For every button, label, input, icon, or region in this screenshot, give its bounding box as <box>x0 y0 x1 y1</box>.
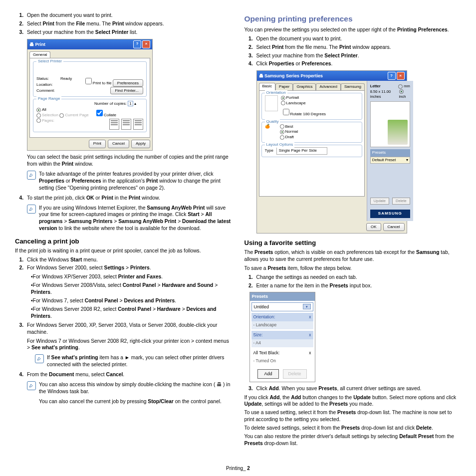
cancel-steps: Click the Windows Start menu. For Window… <box>15 256 232 272</box>
step-2: Select Print from the File menu. The Pri… <box>25 20 232 27</box>
delete-button-disabled: Delete <box>283 369 307 378</box>
heading-cancel: Canceling a print job <box>15 237 232 246</box>
print-to-file-checkbox[interactable] <box>85 78 92 84</box>
preset-select[interactable]: Default Preset▾ <box>370 157 410 164</box>
page-footer: Printing_ 2 <box>15 466 461 471</box>
find-printer-button[interactable]: Find Printer... <box>110 87 143 94</box>
print-dialog-titlebar: 🖶 Print ? × <box>27 39 152 49</box>
note-box: To take advantage of the printer feature… <box>27 171 232 192</box>
close-icon[interactable]: × <box>397 72 405 80</box>
note-icon <box>35 354 44 363</box>
delete-button[interactable]: Delete <box>392 198 410 205</box>
tab-graphics[interactable]: Graphics <box>293 83 316 90</box>
paragraph: If the print job is waiting in a print q… <box>15 247 232 254</box>
tab-general[interactable]: General <box>29 51 50 58</box>
step-3: Select your machine from the Select Prin… <box>25 29 232 36</box>
heading-favorite: Using a favorite setting <box>244 238 462 247</box>
heading-opening: Opening printing preferences <box>244 14 462 24</box>
properties-dialog: 🖶 Samsung Series Properties ? × Basic Pa… <box>256 70 407 234</box>
remove-icon[interactable]: x <box>309 314 311 320</box>
tab-samsung[interactable]: Samsung <box>341 83 365 90</box>
chevron-down-icon: ▾ <box>303 304 311 309</box>
update-button[interactable]: Update <box>370 198 389 205</box>
tab-paper[interactable]: Paper <box>275 83 293 90</box>
copies-input[interactable]: 1 <box>128 101 133 106</box>
add-button[interactable]: Add <box>257 369 278 378</box>
samsung-logo: SAMSUNG <box>370 210 410 218</box>
note-box: If you are using Windows Internet Explor… <box>27 205 232 233</box>
close-icon[interactable]: × <box>142 40 150 48</box>
steps-list-1: Open the document you want to print. Sel… <box>15 12 232 36</box>
print-dialog: 🖶 Print ? × General Select Printer Statu… <box>27 39 153 151</box>
help-icon[interactable]: ? <box>133 40 141 48</box>
ok-button[interactable]: OK <box>366 223 381 232</box>
step-1: Open the document you want to print. <box>25 12 232 19</box>
preset-name-input[interactable]: Untitled▾ <box>251 302 313 311</box>
document-icon <box>265 95 278 111</box>
printer-icon: 🖶 <box>217 381 222 388</box>
dlg-print-button[interactable]: Print <box>89 140 106 148</box>
steps-list-1b: To start the print job, click OK or Prin… <box>15 195 232 202</box>
left-column: Open the document you want to print. Sel… <box>15 10 232 463</box>
cancel-button[interactable]: Cancel <box>383 223 405 232</box>
dlg-cancel-button[interactable]: Cancel <box>108 140 129 148</box>
note-icon <box>27 171 36 180</box>
paragraph: You can select the basic print settings … <box>27 154 232 168</box>
right-column: Opening printing preferences You can pre… <box>244 10 462 463</box>
note-icon <box>27 205 36 214</box>
step-4: To start the print job, click OK or Prin… <box>25 195 232 202</box>
remove-icon[interactable]: x <box>309 332 311 338</box>
collate-checkbox[interactable] <box>96 110 103 116</box>
tab-basic[interactable]: Basic <box>259 83 276 90</box>
note-icon <box>27 381 36 390</box>
type-select[interactable]: Single Page Per Side <box>276 147 327 155</box>
preview-swatch <box>370 101 410 147</box>
help-icon[interactable]: ? <box>388 72 396 80</box>
presets-dialog: Presets Untitled▾ Orientation:x - Landsc… <box>249 292 315 382</box>
paragraph: You can preview the settings you selecte… <box>244 26 462 33</box>
dlg-apply-button[interactable]: Apply <box>131 140 150 148</box>
preferences-button[interactable]: Preferences <box>113 79 143 87</box>
tab-advanced[interactable]: Advanced <box>316 83 341 90</box>
remove-icon[interactable]: x <box>309 350 311 356</box>
